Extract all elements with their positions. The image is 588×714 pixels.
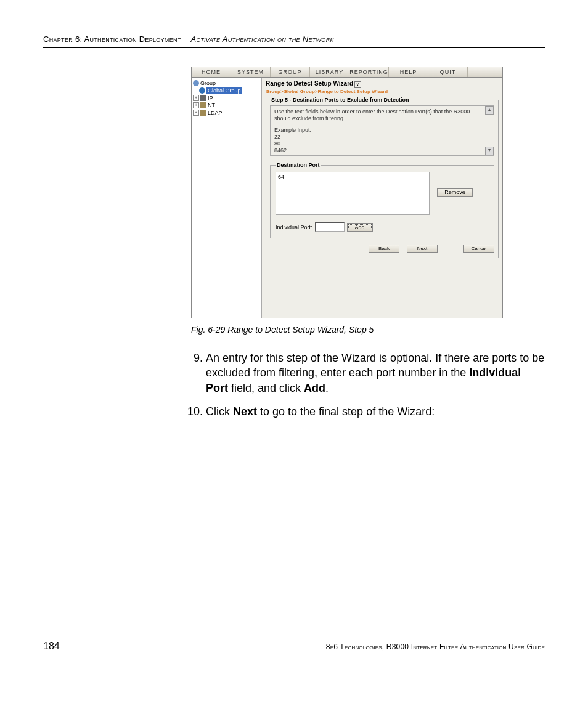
dir-icon bbox=[200, 110, 206, 116]
menu-quit[interactable]: QUIT bbox=[428, 67, 468, 77]
pc-icon bbox=[200, 95, 206, 101]
nav-tree: Group Global Group + IP + NT bbox=[192, 78, 262, 318]
dir-icon bbox=[200, 102, 206, 108]
tree-ldap-label: LDAP bbox=[208, 109, 223, 116]
guide-name: 8e6 Technologies, R3000 Internet Filter … bbox=[326, 643, 545, 651]
example-label: Example Input: bbox=[274, 127, 485, 134]
page-footer: 184 8e6 Technologies, R3000 Internet Fil… bbox=[43, 641, 545, 652]
page-header: Chapter 6: Authentication Deployment Act… bbox=[43, 34, 545, 44]
help-icon[interactable]: ? bbox=[354, 81, 361, 88]
add-button[interactable]: Add bbox=[347, 223, 373, 232]
tree-nt[interactable]: + NT bbox=[193, 102, 260, 109]
menu-library[interactable]: LIBRARY bbox=[310, 67, 349, 77]
page-number: 184 bbox=[43, 641, 60, 652]
globe-icon bbox=[199, 87, 205, 94]
expand-icon[interactable]: + bbox=[193, 110, 199, 116]
instr-line-2: should exclude from filtering. bbox=[274, 115, 485, 122]
figure: HOME SYSTEM GROUP LIBRARY REPORTING HELP… bbox=[191, 67, 545, 318]
instruction-list: An entry for this step of the Wizard is … bbox=[179, 351, 545, 419]
tree-ip[interactable]: + IP bbox=[193, 94, 260, 102]
port-entry[interactable]: 64 bbox=[278, 174, 427, 180]
menu-system[interactable]: SYSTEM bbox=[231, 67, 271, 77]
instructions-box: Use the text fields below in order to en… bbox=[270, 105, 494, 156]
wizard-title: Range to Detect Setup Wizard? bbox=[266, 80, 499, 88]
bold-text: Next bbox=[233, 405, 257, 418]
cancel-button[interactable]: Cancel bbox=[463, 245, 494, 253]
remove-button[interactable]: Remove bbox=[437, 188, 473, 197]
figure-caption: Fig. 6-29 Range to Detect Setup Wizard, … bbox=[191, 325, 545, 335]
bold-text: Add bbox=[304, 382, 325, 394]
header-rule bbox=[43, 47, 545, 48]
destination-port-list[interactable]: 64 bbox=[276, 172, 430, 215]
tree-global-label: Global Group bbox=[206, 87, 242, 94]
wizard-buttons: Back Next Cancel bbox=[270, 245, 494, 253]
back-button[interactable]: Back bbox=[369, 245, 399, 253]
tree-nt-label: NT bbox=[208, 102, 215, 109]
individual-port-label: Individual Port: bbox=[276, 224, 312, 230]
tree-ip-label: IP bbox=[208, 94, 213, 102]
tree-global-group[interactable]: Global Group bbox=[199, 87, 260, 94]
step5-fieldset: Step 5 - Destination Ports to Exclude fr… bbox=[266, 97, 499, 258]
step5-legend: Step 5 - Destination Ports to Exclude fr… bbox=[270, 97, 410, 103]
tree-ldap[interactable]: + LDAP bbox=[193, 109, 260, 116]
instr-line-1: Use the text fields below in order to en… bbox=[274, 108, 485, 115]
expand-icon[interactable]: + bbox=[193, 95, 199, 101]
example-3: 8462 bbox=[274, 147, 485, 154]
text: field, and click bbox=[228, 382, 304, 394]
text: to go to the final step of the Wizard: bbox=[257, 405, 435, 418]
text: Click bbox=[206, 405, 233, 418]
menu-help[interactable]: HELP bbox=[389, 67, 428, 77]
tree-root-label: Group bbox=[200, 79, 216, 87]
scroll-up-icon[interactable]: ▴ bbox=[485, 106, 494, 115]
scroll-down-icon[interactable]: ▾ bbox=[485, 147, 494, 155]
instruction-9: An entry for this step of the Wizard is … bbox=[206, 351, 545, 396]
expand-icon[interactable]: + bbox=[193, 102, 199, 108]
example-2: 80 bbox=[274, 140, 485, 147]
destination-port-legend: Destination Port bbox=[276, 162, 321, 168]
text: . bbox=[325, 382, 329, 394]
group-icon bbox=[193, 80, 199, 86]
individual-port-input[interactable] bbox=[315, 222, 345, 232]
menu-spacer bbox=[468, 67, 488, 77]
wizard-panel: Range to Detect Setup Wizard? Group>Glob… bbox=[262, 78, 502, 318]
destination-port-fieldset: Destination Port 64 Remove Individual Po… bbox=[270, 162, 494, 238]
menu-home[interactable]: HOME bbox=[192, 67, 231, 77]
menu-reporting[interactable]: REPORTING bbox=[349, 67, 389, 77]
next-button[interactable]: Next bbox=[407, 245, 438, 253]
tree-root[interactable]: Group bbox=[193, 79, 260, 87]
menu-group[interactable]: GROUP bbox=[271, 67, 310, 77]
example-1: 22 bbox=[274, 134, 485, 140]
menubar: HOME SYSTEM GROUP LIBRARY REPORTING HELP… bbox=[192, 67, 502, 78]
chapter-title: Chapter 6: Authentication Deployment bbox=[43, 34, 181, 44]
app-window: HOME SYSTEM GROUP LIBRARY REPORTING HELP… bbox=[191, 67, 503, 318]
instruction-10: Click Next to go to the final step of th… bbox=[206, 404, 545, 419]
breadcrumb: Group>Global Group>Range to Detect Setup… bbox=[266, 89, 499, 94]
section-title: Activate Authentication on the Network bbox=[190, 34, 333, 44]
wizard-title-text: Range to Detect Setup Wizard bbox=[266, 80, 353, 87]
